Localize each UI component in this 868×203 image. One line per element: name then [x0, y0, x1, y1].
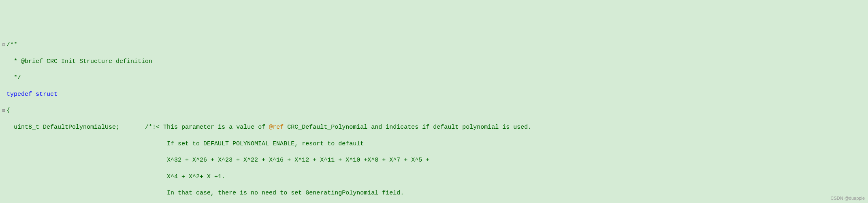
code-line[interactable]: uint8_t DefaultPolynomialUse; /*!< This …: [1, 123, 868, 132]
code-line[interactable]: ⊟{: [1, 107, 868, 115]
code-line[interactable]: In that case, there is no need to set Ge…: [1, 189, 868, 197]
comment-text: X^32 + X^26 + X^23 + X^22 + X^16 + X^12 …: [167, 156, 429, 164]
brace: {: [6, 107, 10, 115]
fold-marker-icon[interactable]: ⊟: [1, 108, 6, 114]
keyword-struct: struct: [36, 91, 58, 99]
code-line[interactable]: If set to DEFAULT_POLYNOMIAL_ENABLE, res…: [1, 140, 868, 148]
code-editor[interactable]: ⊟/** * @brief CRC Init Structure definit…: [0, 33, 868, 203]
code-line[interactable]: X^4 + X^2+ X +1.: [1, 173, 868, 181]
comment-text: * @brief CRC Init Structure definition: [6, 58, 152, 66]
fold-gutter: [1, 141, 6, 147]
fold-gutter: [1, 174, 6, 180]
comment-text: X^4 + X^2+ X +1.: [167, 173, 225, 181]
fold-gutter: [1, 91, 6, 98]
comment-text: /**: [6, 41, 17, 49]
fold-gutter: [1, 58, 6, 65]
fold-gutter: [1, 124, 6, 131]
comment-text: In that case, there is no need to set Ge…: [167, 189, 404, 197]
fold-gutter: [1, 157, 6, 164]
code-line[interactable]: X^32 + X^26 + X^23 + X^22 + X^16 + X^12 …: [1, 156, 868, 164]
fold-marker-icon[interactable]: ⊟: [1, 42, 6, 48]
keyword-typedef: typedef: [6, 91, 32, 99]
fold-gutter: [1, 75, 6, 81]
comment-text: */: [6, 74, 21, 82]
fold-gutter: [1, 190, 6, 197]
code-line[interactable]: typedef struct: [1, 91, 868, 99]
code-line[interactable]: * @brief CRC Init Structure definition: [1, 58, 868, 66]
watermark-text: CSDN @duapple: [830, 195, 865, 201]
field-type: uint8_t: [14, 123, 39, 132]
code-line[interactable]: */: [1, 74, 868, 82]
field-name: DefaultPolynomialUse;: [43, 123, 119, 132]
comment-text: CRC_Default_Polynomial and indicates if …: [284, 123, 531, 132]
comment-text: /*!< This parameter is a value of: [145, 123, 269, 132]
comment-text: If set to DEFAULT_POLYNOMIAL_ENABLE, res…: [167, 140, 364, 148]
ref-tag: @ref: [269, 123, 284, 132]
code-line[interactable]: ⊟/**: [1, 41, 868, 49]
